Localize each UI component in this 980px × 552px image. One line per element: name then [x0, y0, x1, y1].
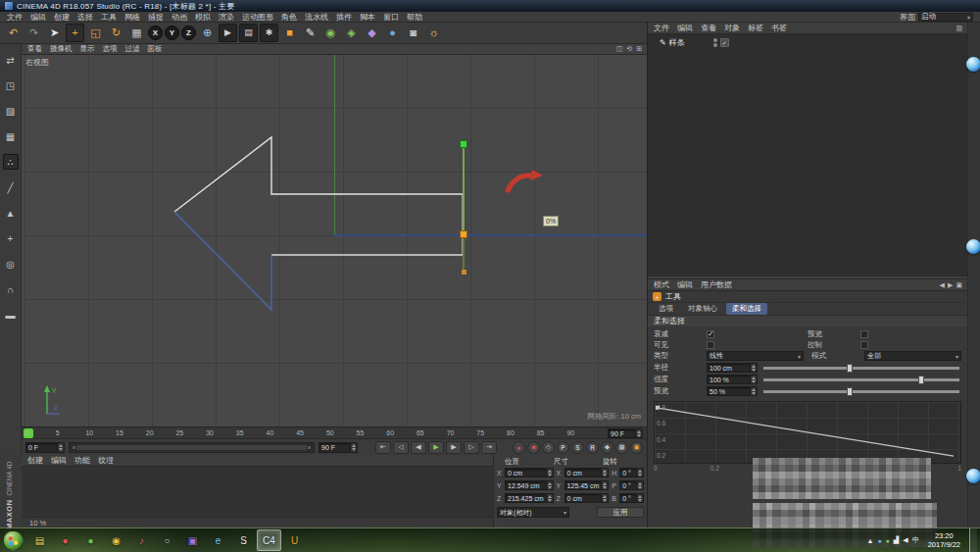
toolbar-button[interactable]: Z [181, 25, 196, 40]
attribute-menu-item[interactable]: 用户数据 [697, 279, 736, 290]
slider-knob[interactable] [847, 364, 853, 373]
menu-item[interactable]: 窗口 [379, 12, 403, 23]
show-desktop-button[interactable] [969, 528, 977, 552]
spinner-icon[interactable] [750, 364, 757, 372]
current-frame-field[interactable]: 0 F [25, 442, 65, 453]
spinner-icon[interactable] [750, 376, 757, 383]
taskbar-app-button[interactable]: ♪ [129, 529, 154, 551]
material-menu-item[interactable]: 编辑 [47, 455, 71, 466]
toolbar-button[interactable]: ● [383, 24, 402, 42]
menu-item[interactable]: 模拟 [191, 12, 215, 23]
attribute-menu-item[interactable]: 编辑 [673, 279, 697, 290]
spinner-icon[interactable] [350, 443, 357, 452]
spinner-icon[interactable] [601, 481, 608, 489]
slider[interactable] [763, 387, 961, 396]
menu-item[interactable]: 网格 [121, 12, 144, 23]
spinner-icon[interactable] [636, 469, 643, 477]
toolbar-button[interactable]: X [148, 25, 163, 40]
record-button[interactable]: ◉ [527, 441, 540, 454]
attribute-menu-item[interactable]: 模式 [650, 279, 673, 290]
preview-range-slider[interactable] [69, 442, 315, 453]
checkbox[interactable] [707, 341, 714, 349]
taskbar-app-button[interactable]: ● [53, 529, 77, 551]
coordinate-field[interactable]: 0 cm [505, 468, 554, 477]
mode-button[interactable]: ▬ [3, 307, 19, 323]
record-button[interactable]: ◆ [601, 441, 613, 454]
viewport-canvas[interactable]: 0% 右视图 Y Z 网格间距: 10 cm [22, 55, 647, 427]
timeline-ruler[interactable]: 051015202530354045505560657075808590 90 … [22, 427, 647, 438]
object-manager-menu-item[interactable]: 书签 [767, 23, 791, 33]
coordinate-field[interactable]: 0 ° [619, 468, 644, 477]
filter-icon[interactable]: ▥ [956, 25, 962, 32]
slider[interactable] [763, 364, 961, 373]
start-button[interactable] [3, 530, 24, 551]
object-manager-menu-item[interactable]: 文件 [650, 23, 673, 33]
menu-item[interactable]: 脚本 [356, 12, 379, 23]
checkbox[interactable] [860, 341, 868, 349]
menu-item[interactable]: 运动图形 [238, 12, 277, 23]
spinner-icon[interactable] [546, 481, 553, 489]
spinner-icon[interactable] [57, 443, 64, 452]
end-frame-field[interactable]: 90 F [318, 442, 358, 453]
spinner-icon[interactable] [635, 429, 642, 437]
record-button[interactable]: S [571, 441, 584, 454]
dropdown[interactable]: 线性 ▾ [707, 351, 804, 361]
toolbar-button[interactable]: ▤ [239, 24, 258, 42]
value-field[interactable]: 50 % [707, 386, 758, 396]
coordinate-field[interactable]: 0 ° [619, 480, 644, 490]
spinner-icon[interactable] [750, 387, 757, 395]
toolbar-button[interactable]: ↷ [24, 24, 43, 42]
coordinate-mode-select[interactable]: 对象(相对) ▾ [497, 507, 569, 518]
viewport-menu-item[interactable]: 摄像机 [46, 44, 76, 54]
taskbar-app-button[interactable]: ● [78, 529, 103, 551]
mode-button[interactable]: ◎ [3, 256, 19, 272]
taskbar-app-button[interactable]: S [231, 529, 256, 551]
viewport-menu-item[interactable]: 过滤 [122, 44, 144, 54]
object-tag-icon[interactable]: ✓ [720, 38, 729, 47]
attribute-tab[interactable]: 柔和选择 [726, 303, 767, 315]
range-start-grip[interactable] [72, 445, 76, 450]
dropdown[interactable]: 全部 ▾ [864, 351, 961, 361]
mode-button[interactable]: ∩ [3, 281, 19, 297]
slider-knob[interactable] [918, 376, 924, 384]
toolbar-button[interactable]: ☼ [424, 24, 443, 42]
mode-button[interactable]: ⇄ [3, 52, 19, 68]
record-button[interactable]: P [557, 441, 569, 454]
transport-button[interactable]: ⇥ [481, 441, 497, 454]
visibility-dots-icon[interactable] [713, 38, 717, 47]
attribute-tab[interactable]: 选项 [653, 303, 679, 315]
taskbar-clock[interactable]: 23:20 2017/9/22 [923, 531, 965, 549]
taskbar-app-button[interactable]: ▣ [180, 529, 205, 551]
object-manager-menu-item[interactable]: 编辑 [673, 23, 697, 33]
history-back-icon[interactable]: ◀ [940, 281, 945, 289]
object-manager-menu-item[interactable]: 标签 [744, 23, 767, 33]
menu-item[interactable]: 文件 [3, 12, 26, 23]
scroll-gutter[interactable] [967, 23, 980, 527]
toolbar-button[interactable]: ◉ [321, 24, 340, 42]
viewport-menu-item[interactable]: 选项 [99, 44, 122, 54]
record-button[interactable]: R [586, 441, 599, 454]
coordinate-field[interactable]: 215.425 cm [505, 493, 554, 503]
spinner-icon[interactable] [601, 494, 608, 502]
toolbar-button[interactable]: ✎ [301, 24, 319, 42]
value-field[interactable]: 100 % [707, 375, 758, 384]
mode-button[interactable]: + [3, 230, 19, 246]
object-row[interactable]: ✎ 样条 ✓ [648, 36, 967, 49]
menu-item[interactable]: 创建 [50, 12, 74, 23]
taskbar-app-button[interactable]: ◉ [104, 529, 128, 551]
tray-icon[interactable]: ▟ [894, 536, 899, 544]
spinner-icon[interactable] [546, 494, 553, 502]
tray-icon[interactable]: ◀ [903, 536, 907, 544]
coordinate-field[interactable]: 0 ° [619, 493, 644, 503]
viewport-menu-item[interactable]: 面板 [144, 44, 167, 54]
menu-item[interactable]: 渲染 [215, 12, 238, 23]
taskbar-app-button[interactable]: C4 [257, 529, 281, 551]
tray-icon[interactable]: ● [877, 537, 881, 544]
toolbar-button[interactable]: ◙ [404, 24, 422, 42]
coordinate-field[interactable]: 125.45 cm [564, 480, 610, 490]
viewport-control-icon[interactable]: ⊞ [636, 45, 642, 53]
object-list[interactable]: ✎ 样条 ✓ [648, 34, 967, 276]
menu-item[interactable]: 帮助 [403, 12, 426, 23]
transport-button[interactable]: ◀ [411, 441, 426, 454]
end-frame-display[interactable]: 90 F [608, 428, 643, 438]
